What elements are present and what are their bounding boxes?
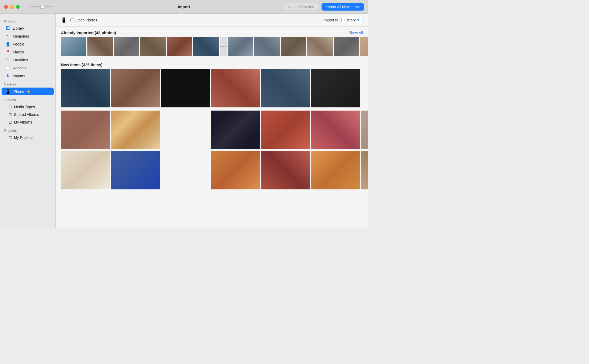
dot-2 [222, 46, 224, 47]
sidebar-item-iphone-label: iPhone [13, 89, 24, 94]
sidebar-item-favorites-label: Favorites [13, 58, 28, 62]
photos-section-label: Photos [0, 17, 55, 24]
new-items-row-2 [56, 111, 368, 150]
my-albums-icon: ⊡ [8, 120, 12, 125]
sidebar-item-recents[interactable]: 🕐 Recents [2, 64, 54, 72]
content-area: 📱 Open Photos Import to: Library ▼ Alrea… [56, 14, 368, 228]
zoom-slider-thumb[interactable] [41, 5, 44, 9]
titlebar-actions: Import Selected Import All New Items [284, 3, 364, 11]
new-items-row-3 [56, 151, 368, 190]
imported-photo-6[interactable] [193, 37, 219, 56]
sidebar-item-shared-albums[interactable]: › ⊡ Shared Albums [2, 111, 54, 118]
imported-photo-13[interactable] [360, 37, 368, 56]
sidebar: Photos 🖼 Library ↻ Memories 👤 People 📍 P… [0, 14, 56, 228]
new-photo-12[interactable] [311, 111, 360, 149]
imported-photo-1[interactable] [61, 37, 86, 56]
new-photo-18[interactable] [261, 151, 310, 189]
new-photo-5[interactable] [261, 69, 310, 107]
new-photo-14-dog[interactable] [61, 151, 110, 189]
sidebar-item-library[interactable]: 🖼 Library [2, 25, 54, 32]
sidebar-item-imports-label: Imports [13, 74, 25, 78]
sidebar-item-my-projects[interactable]: › ⊡ My Projects [2, 134, 54, 141]
already-imported-grid [56, 37, 368, 57]
sidebar-item-places[interactable]: 📍 Places [2, 48, 54, 56]
projects-section-label: Projects [0, 126, 55, 134]
sidebar-item-my-albums[interactable]: › ⊡ My Albums [2, 119, 54, 126]
traffic-lights [4, 5, 20, 9]
imported-photo-11[interactable] [307, 37, 333, 56]
import-all-button[interactable]: Import All New Items [322, 3, 364, 11]
imported-photo-4[interactable] [140, 37, 166, 56]
recents-icon: 🕐 [5, 65, 10, 70]
already-imported-label: Already Imported (43 photos) [61, 30, 116, 35]
iphone-status-dot [28, 90, 30, 93]
sidebar-item-favorites[interactable]: ♡ Favorites [2, 56, 54, 64]
media-types-icon: ⊞ [8, 104, 12, 109]
dropdown-arrow-icon: ▼ [357, 18, 360, 22]
sidebar-item-my-albums-label: My Albums [14, 120, 32, 124]
my-albums-chevron: › [5, 121, 6, 124]
sidebar-item-people[interactable]: 👤 People [2, 40, 54, 48]
new-photo-11[interactable] [261, 111, 310, 149]
already-imported-header: Already Imported (43 photos) Show All [56, 27, 368, 37]
sidebar-item-media-types[interactable]: › ⊞ Media Types [2, 103, 54, 111]
places-icon: 📍 [5, 49, 10, 54]
new-photo-6[interactable] [311, 69, 360, 107]
import-toolbar: 📱 Open Photos Import to: Library ▼ [56, 14, 368, 27]
new-photo-9-gap [161, 111, 210, 149]
sidebar-item-places-label: Places [13, 50, 24, 54]
sidebar-item-media-types-label: Media Types [14, 105, 35, 109]
close-button[interactable] [4, 5, 8, 9]
show-all-link[interactable]: Show All [349, 31, 363, 35]
new-photo-17-cats[interactable] [211, 151, 260, 189]
imported-photo-2[interactable] [87, 37, 113, 56]
new-photo-20[interactable] [361, 151, 368, 189]
content-inner: Already Imported (43 photos) Show All [56, 27, 368, 190]
memories-icon: ↻ [5, 34, 10, 39]
favorites-icon: ♡ [5, 57, 10, 62]
imported-photo-8[interactable] [228, 37, 253, 56]
imported-photo-10[interactable] [281, 37, 306, 56]
new-photo-15[interactable] [111, 151, 160, 189]
new-photo-13[interactable] [361, 111, 368, 149]
shared-albums-icon: ⊡ [8, 112, 12, 117]
new-photo-16-gap [161, 151, 210, 189]
zoom-out-button[interactable]: − [26, 5, 28, 9]
new-photo-7[interactable] [61, 111, 110, 149]
new-photo-2[interactable] [111, 69, 160, 107]
imported-photo-9[interactable] [254, 37, 280, 56]
more-photos-indicator [220, 37, 227, 56]
iphone-toolbar-icon: 📱 [61, 17, 67, 23]
new-photo-1[interactable]: 📱 iPhone [61, 69, 110, 107]
maximize-button[interactable] [16, 5, 20, 9]
my-projects-icon: ⊡ [8, 135, 12, 140]
import-to-dropdown[interactable]: Library ▼ [341, 17, 363, 23]
minimize-button[interactable] [10, 5, 14, 9]
open-photos-checkbox[interactable]: Open Photos [70, 18, 97, 22]
sidebar-item-memories[interactable]: ↻ Memories [2, 32, 54, 40]
new-items-header: New Items (326 items) [56, 57, 368, 69]
sidebar-item-people-label: People [13, 42, 24, 46]
new-photo-10-cat2[interactable] [211, 111, 260, 149]
open-photos-input[interactable] [70, 19, 74, 22]
imported-photo-5[interactable] [167, 37, 192, 56]
zoom-slider[interactable] [30, 6, 51, 7]
new-photo-4[interactable] [211, 69, 260, 107]
sidebar-item-my-projects-label: My Projects [14, 135, 33, 140]
new-photo-8-cat[interactable] [111, 111, 160, 149]
import-to-label: Import to: [324, 18, 339, 22]
my-projects-chevron: › [5, 136, 6, 139]
imported-photo-3[interactable] [114, 37, 139, 56]
zoom-controls: − + [26, 5, 55, 9]
new-photo-19[interactable] [311, 151, 360, 189]
imports-icon: ⬇ [5, 73, 10, 78]
library-icon: 🖼 [5, 26, 10, 31]
sidebar-item-recents-label: Recents [13, 66, 26, 70]
sidebar-item-iphone[interactable]: 📱 iPhone [2, 88, 54, 95]
zoom-in-button[interactable]: + [53, 5, 55, 9]
new-photo-3[interactable] [161, 69, 210, 107]
import-selected-button[interactable]: Import Selected [284, 3, 319, 11]
albums-section-label: Albums [0, 95, 55, 103]
imported-photo-12[interactable] [334, 37, 359, 56]
sidebar-item-imports[interactable]: ⬇ Imports [2, 72, 54, 80]
